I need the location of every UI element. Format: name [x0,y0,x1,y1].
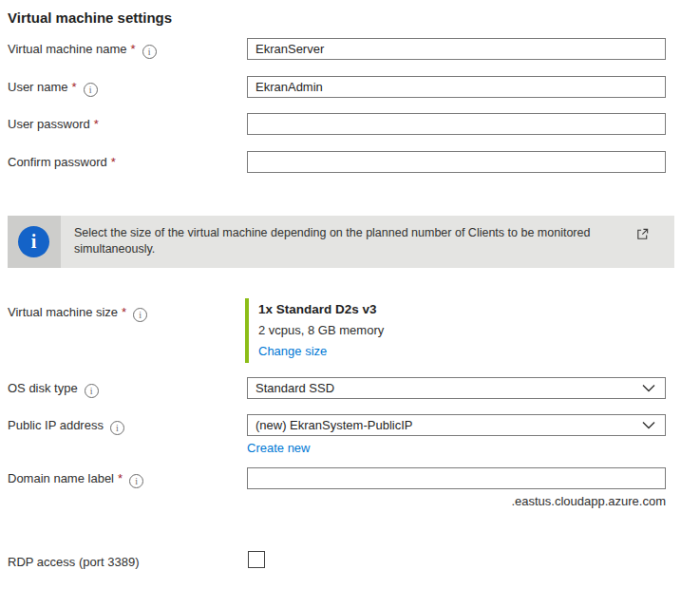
public-ip-label: Public IP addressi [8,418,124,435]
page-title: Virtual machine settings [8,10,172,26]
required-marker: * [111,155,116,169]
confirm-password-label-text: Confirm password [8,155,107,169]
user-password-label: User password* [8,117,99,131]
info-icon[interactable]: i [84,83,98,97]
info-icon[interactable]: i [129,474,143,488]
user-name-label-text: User name [8,80,68,94]
vm-size-label-text: Virtual machine size [8,305,118,319]
user-name-input[interactable] [247,76,666,98]
change-size-link[interactable]: Change size [258,341,384,362]
info-icon[interactable]: i [85,384,99,398]
external-link-icon[interactable] [635,227,650,245]
rdp-access-checkbox[interactable] [248,551,265,568]
confirm-password-label: Confirm password* [8,155,116,169]
os-disk-selected-value: Standard SSD [255,381,334,395]
vm-size-label: Virtual machine size*i [8,305,147,322]
vm-name-label: Virtual machine name*i [8,42,157,59]
user-password-input[interactable] [247,113,666,135]
info-banner: i Select the size of the virtual machine… [8,216,674,268]
domain-name-label-text: Domain name label [8,471,114,485]
user-password-label-text: User password [8,117,90,131]
user-name-label: User name*i [8,80,98,97]
create-new-link[interactable]: Create new [247,438,310,459]
os-disk-label-text: OS disk type [8,381,78,395]
vm-name-label-text: Virtual machine name [8,42,127,56]
vm-size-summary: 1x Standard D2s v3 2 vcpus, 8 GB memory … [245,298,384,363]
required-marker: * [118,471,123,485]
os-disk-label: OS disk typei [8,381,99,398]
vm-settings-form: Virtual machine settings Virtual machine… [0,0,700,589]
info-icon[interactable]: i [133,308,147,322]
rdp-access-label: RDP access (port 3389) [8,555,140,569]
info-banner-icon-box: i [8,216,61,268]
public-ip-dropdown[interactable]: (new) EkranSystem-PublicIP [247,414,666,436]
vm-size-specs: 2 vcpus, 8 GB memory [258,320,384,341]
vm-size-sku: 1x Standard D2s v3 [258,299,384,320]
required-marker: * [131,42,136,56]
required-marker: * [94,117,99,131]
chevron-down-icon [642,421,655,429]
required-marker: * [72,80,77,94]
rdp-access-label-text: RDP access (port 3389) [8,555,140,569]
info-icon[interactable]: i [142,45,157,59]
public-ip-selected-value: (new) EkranSystem-PublicIP [255,418,412,432]
info-icon[interactable]: i [110,421,124,435]
confirm-password-input[interactable] [247,151,666,173]
chevron-down-icon [642,384,655,392]
domain-name-label: Domain name label*i [8,471,143,488]
public-ip-label-text: Public IP address [8,418,104,432]
domain-name-input[interactable] [247,467,666,489]
domain-suffix: .eastus.cloudapp.azure.com [247,494,666,508]
info-circle-icon: i [18,226,49,257]
os-disk-dropdown[interactable]: Standard SSD [247,377,666,399]
vm-name-input[interactable] [247,38,666,60]
required-marker: * [122,305,126,319]
info-banner-text: Select the size of the virtual machine d… [74,225,592,257]
